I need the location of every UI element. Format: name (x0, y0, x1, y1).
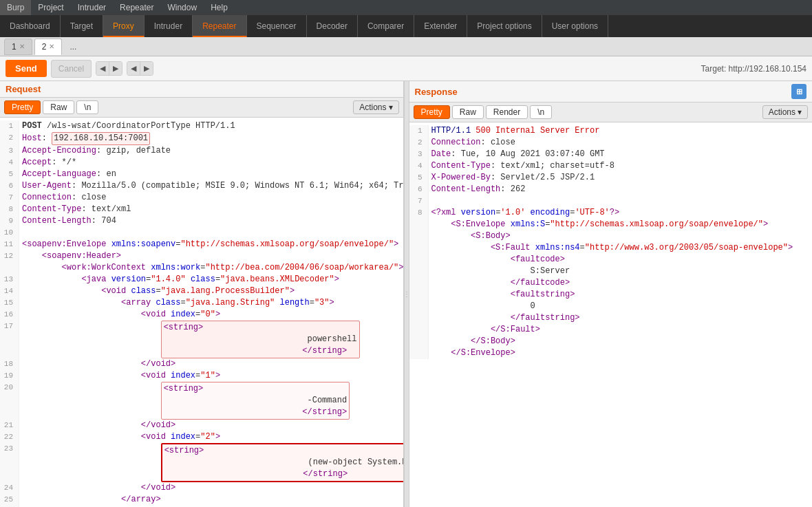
tab-decoder[interactable]: Decoder (307, 15, 358, 37)
request-line-12: 12 <soapenv:Header> (0, 250, 403, 262)
response-tab-pretty[interactable]: Pretty (414, 105, 450, 119)
tab-extender[interactable]: Extender (414, 15, 467, 37)
request-line-20: 20 <string> -Command </string> (0, 382, 403, 420)
response-line-7: 7 (409, 195, 813, 207)
actions-chevron-icon: ▾ (389, 103, 393, 112)
request-line-17: 17 <string> powershell </string> (0, 321, 403, 358)
response-line-13: S:Server (409, 266, 813, 277)
more-tabs-button[interactable]: ... (64, 42, 82, 52)
response-line-14: </faultcode> (409, 277, 813, 289)
actions-label: Actions (359, 103, 386, 112)
request-header: Request (0, 81, 403, 98)
request-line-25: 25 </array> (0, 494, 403, 506)
send-button[interactable]: Send (6, 60, 47, 77)
request-line-4: 4 Accept: */* (0, 157, 403, 169)
request-line-7: 7 Connection: close (0, 192, 403, 204)
repeater-tab-2[interactable]: 2 ✕ (34, 39, 63, 55)
menu-window[interactable]: Window (160, 0, 204, 15)
request-line-8: 8 Content-Type: text/xml (0, 204, 403, 215)
menu-help[interactable]: Help (204, 0, 235, 15)
menu-burp[interactable]: Burp (0, 0, 31, 15)
repeater-tab-1[interactable]: 1 ✕ (4, 39, 32, 55)
menu-repeater[interactable]: Repeater (113, 0, 160, 15)
request-line-10: 10 (0, 227, 403, 239)
response-line-11: <S:Fault xmlns:ns4="http://www.w3.org/20… (409, 242, 813, 254)
tab-project-options[interactable]: Project options (467, 15, 542, 37)
layout-toggle-icon: ⊞ (796, 87, 802, 96)
request-line-19: 19 <void index="1"> (0, 370, 403, 382)
tab-intruder[interactable]: Intruder (145, 15, 193, 37)
response-tab-raw[interactable]: Raw (452, 105, 484, 119)
nav-back-button[interactable]: ◀ (96, 62, 109, 75)
response-line-20: </S:Envelope> (409, 347, 813, 359)
response-line-10: <S:Body> (409, 230, 813, 242)
tab-dashboard[interactable]: Dashboard (0, 15, 61, 37)
request-tab-ln[interactable]: \n (76, 100, 98, 114)
navigation-group2: ◀ ▶ (127, 61, 153, 76)
request-line-15: 15 <array class="java.lang.String" lengt… (0, 297, 403, 309)
request-line-11: 11 <soapenv:Envelope xmlns:soapenv="http… (0, 239, 403, 250)
response-actions-label: Actions (769, 107, 795, 117)
repeater-tab-1-label: 1 (12, 39, 17, 55)
response-title: Response (415, 87, 458, 97)
request-line-22: 22 <void index="2"> (0, 431, 403, 443)
request-line-6: 6 User-Agent: Mozilla/5.0 (compatible; M… (0, 180, 403, 192)
response-panel: Response ⊞ Pretty Raw Render \n Actions … (409, 81, 813, 507)
request-line-12b: <work:WorkContext xmlns:work="http://bea… (0, 262, 403, 274)
request-line-1: 1 POST /wls-wsat/CoordinatorPortType HTT… (0, 120, 403, 132)
request-line-3: 3 Accept-Encoding: gzip, deflate (0, 145, 403, 157)
nav-back2-button[interactable]: ▶ (109, 62, 122, 75)
tab-user-options[interactable]: User options (542, 15, 608, 37)
response-line-19: </S:Body> (409, 336, 813, 347)
tab-repeater[interactable]: Repeater (193, 15, 246, 37)
target-info: Target: http://192.168.10.154 (701, 64, 806, 74)
response-tab-ln[interactable]: \n (530, 105, 552, 119)
request-line-14: 14 <void class="java.lang.ProcessBuilder… (0, 285, 403, 297)
tab-sequencer[interactable]: Sequencer (247, 15, 307, 37)
response-line-9: <S:Envelope xmlns:S="http://schemas.xmls… (409, 219, 813, 230)
response-line-5: 5 X-Powered-By: Servlet/2.5 JSP/2.1 (409, 172, 813, 184)
response-line-18: </S:Fault> (409, 324, 813, 336)
menu-intruder[interactable]: Intruder (71, 0, 113, 15)
request-line-24: 24 </void> (0, 482, 403, 494)
request-title: Request (6, 84, 41, 94)
response-content[interactable]: 1 HTTP/1.1 500 Internal Server Error 2 C… (409, 122, 813, 507)
response-actions-chevron-icon: ▾ (798, 107, 802, 117)
request-panel: Request Pretty Raw \n Actions ▾ 1 POST /… (0, 81, 404, 507)
menu-project[interactable]: Project (31, 0, 70, 15)
response-line-6: 6 Content-Length: 262 (409, 184, 813, 195)
cancel-button[interactable]: Cancel (51, 60, 92, 78)
response-line-4: 4 Content-Type: text/xml; charset=utf-8 (409, 160, 813, 172)
response-line-17: </faultstring> (409, 312, 813, 324)
request-actions-button[interactable]: Actions ▾ (353, 100, 398, 114)
tab-comparer[interactable]: Comparer (358, 15, 414, 37)
repeater-tab-2-close[interactable]: ✕ (49, 39, 54, 55)
tab-target[interactable]: Target (61, 15, 103, 37)
response-line-15: <faultstring> (409, 289, 813, 301)
main-content: Request Pretty Raw \n Actions ▾ 1 POST /… (0, 81, 812, 507)
request-line-2: 2 Host: 192.168.10.154:7001 (0, 132, 403, 145)
nav-fwd-button[interactable]: ◀ (127, 62, 140, 75)
response-tabs: Pretty Raw Render \n Actions ▾ (409, 103, 813, 122)
response-actions-button[interactable]: Actions ▾ (762, 105, 808, 119)
nav-fwd2-button[interactable]: ▶ (140, 62, 153, 75)
request-line-13: 13 <java version="1.4.0" class="java.bea… (0, 274, 403, 285)
repeater-tab-1-close[interactable]: ✕ (19, 39, 25, 55)
navigation-group: ◀ ▶ (96, 61, 122, 76)
request-tabs: Pretty Raw \n Actions ▾ (0, 98, 403, 118)
repeater-subtabbar: 1 ✕ 2 ✕ ... (0, 37, 812, 56)
request-tab-raw[interactable]: Raw (43, 100, 74, 114)
response-tab-render[interactable]: Render (486, 105, 528, 119)
main-tabbar: Dashboard Target Proxy Intruder Repeater… (0, 15, 812, 37)
layout-toggle-button[interactable]: ⊞ (791, 84, 806, 99)
response-line-16: 0 (409, 301, 813, 312)
response-line-2: 2 Connection: close (409, 137, 813, 149)
request-tab-pretty[interactable]: Pretty (4, 100, 41, 114)
request-line-5: 5 Accept-Language: en (0, 169, 403, 180)
request-content[interactable]: 1 POST /wls-wsat/CoordinatorPortType HTT… (0, 118, 403, 507)
panel-drag-handle[interactable]: ⋮ (404, 81, 409, 507)
tab-proxy[interactable]: Proxy (103, 15, 145, 37)
response-line-3: 3 Date: Tue, 10 Aug 2021 03:07:40 GMT (409, 149, 813, 160)
request-line-9: 9 Content-Length: 704 (0, 215, 403, 227)
repeater-toolbar: Send Cancel ◀ ▶ ◀ ▶ Target: http://192.1… (0, 56, 812, 81)
